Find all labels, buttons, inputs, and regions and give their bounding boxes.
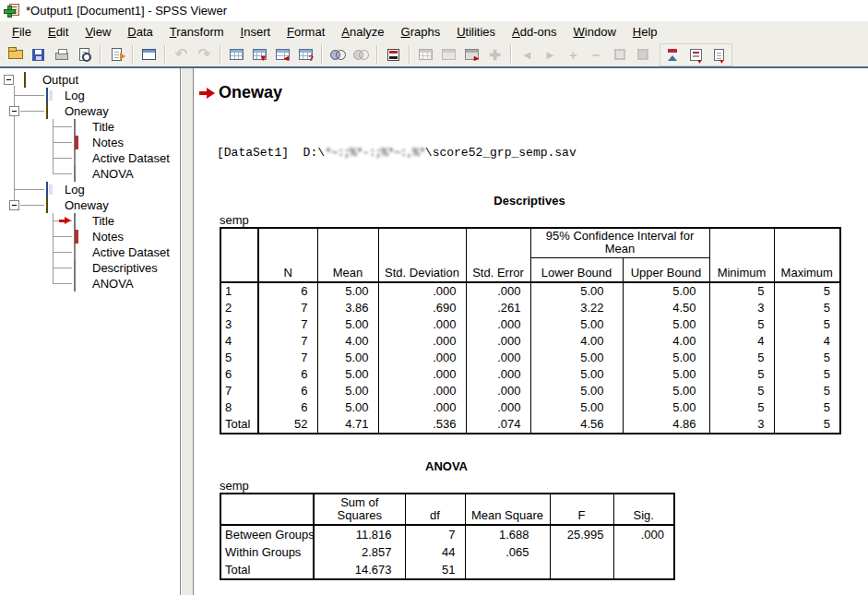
row-label: Total [220, 561, 314, 579]
table-cell: 5 [774, 399, 840, 416]
table-cell: 5 [709, 366, 774, 383]
menu-data[interactable]: Data [119, 23, 161, 41]
menu-file[interactable]: File [4, 23, 40, 41]
collapse-toggle[interactable] [9, 200, 19, 210]
menu-transform[interactable]: Transform [161, 23, 232, 41]
col-header: df [405, 494, 465, 525]
table-cell: 5.00 [530, 366, 623, 383]
split-file-icon[interactable] [350, 44, 373, 65]
outline-item-label: Notes [92, 136, 124, 149]
collapse-toggle[interactable] [9, 106, 19, 116]
table-cell: 14.673 [314, 561, 405, 579]
table-cell: 4.56 [530, 416, 623, 434]
row-label: Total [220, 416, 258, 434]
outline-item-active-dataset-2[interactable]: Active Dataset [0, 244, 180, 260]
promote-icon[interactable]: ◄ [516, 44, 539, 65]
outline-item-descriptives[interactable]: Descriptives [0, 260, 180, 276]
outline-item-notes-1[interactable]: Notes [0, 135, 180, 150]
use-sets-icon[interactable] [414, 44, 437, 65]
hide-icon[interactable] [631, 44, 654, 65]
table-cell: 6 [258, 366, 317, 383]
value-labels-icon[interactable] [382, 44, 405, 65]
select-cases-icon[interactable] [327, 44, 350, 65]
menu-utilities[interactable]: Utilities [448, 23, 504, 41]
outline-item-oneway-2[interactable]: Oneway [0, 197, 180, 213]
table-cell: 7 [405, 525, 465, 543]
insert-heading-icon[interactable] [661, 44, 684, 65]
table-icon [74, 276, 76, 292]
row-label: 3 [220, 316, 258, 333]
outline-item-anova-2[interactable]: ANOVA [0, 276, 180, 292]
outline-item-oneway-1[interactable]: Oneway [0, 103, 180, 119]
pane-splitter[interactable] [181, 68, 194, 595]
table-cell: 4 [709, 333, 774, 350]
outline-item-title-2[interactable]: Title [0, 213, 180, 229]
table-cell: 5 [709, 282, 774, 300]
menu-window[interactable]: Window [565, 23, 624, 41]
anova-table[interactable]: Sum of Squares df Mean Square F Sig. Bet… [220, 493, 675, 580]
export-output-icon[interactable] [105, 44, 128, 65]
col-header: Lower Bound [530, 258, 623, 282]
menu-insert[interactable]: Insert [232, 23, 279, 41]
table-cell: .000 [378, 316, 466, 333]
dialog-recall-icon[interactable] [137, 44, 161, 65]
print-icon[interactable] [50, 44, 73, 65]
table-cell: .000 [378, 399, 466, 416]
toolbar-separator [100, 45, 101, 64]
outline-item-title-1[interactable]: Title [0, 119, 180, 135]
print-preview-icon[interactable] [73, 44, 96, 65]
goto-case-icon[interactable]: ▼ [248, 44, 271, 65]
goto-data-icon[interactable] [225, 44, 248, 65]
variable-info-icon[interactable]: ? [294, 44, 317, 65]
table-cell: 51 [405, 561, 465, 579]
outline-item-output[interactable]: Output [0, 72, 180, 88]
table-cell: .000 [378, 383, 466, 399]
outline-pane: Output Log Oneway Title Notes Active Dat… [0, 68, 181, 595]
table-cell: 5.00 [530, 316, 623, 333]
show-icon[interactable] [608, 44, 631, 65]
goto-designated-output-icon[interactable]: ► [460, 44, 483, 65]
table-cell: .000 [378, 282, 466, 300]
open-icon[interactable] [4, 44, 27, 65]
collapse-icon[interactable]: − [585, 44, 608, 65]
outline-item-log[interactable]: Log [0, 88, 180, 103]
table-cell: 5 [774, 383, 840, 399]
menu-help[interactable]: Help [624, 23, 666, 41]
redo-icon[interactable]: ↷ [193, 44, 216, 65]
demote-icon[interactable]: ► [539, 44, 562, 65]
menu-bar: File Edit View Data Transform Insert For… [0, 20, 868, 42]
menu-edit[interactable]: Edit [40, 23, 77, 41]
save-icon[interactable] [27, 44, 50, 65]
menu-analyze[interactable]: Analyze [333, 23, 392, 41]
outline-item-log-2[interactable]: Log [0, 182, 180, 197]
insert-title-icon[interactable] [684, 44, 707, 65]
anova-title: ANOVA [220, 459, 673, 473]
expand-icon[interactable]: + [562, 44, 585, 65]
table-cell: 5.00 [317, 399, 378, 416]
outline-item-label: Output [42, 73, 78, 87]
insert-text-icon[interactable] [707, 44, 731, 65]
outline-item-active-dataset-1[interactable]: Active Dataset [0, 150, 180, 166]
table-cell: 5.00 [317, 350, 378, 366]
table-cell: 4.00 [530, 333, 623, 350]
variables-icon[interactable]: ◄ [271, 44, 294, 65]
descriptives-table[interactable]: N Mean Std. Deviation Std. Error 95% Con… [220, 227, 841, 434]
table-cell: 7 [258, 316, 317, 333]
outline-item-notes-2[interactable]: Notes [0, 229, 180, 244]
select-last-output-icon[interactable]: ✚ [483, 44, 506, 65]
table-cell: 2.857 [314, 543, 405, 561]
app-icon [4, 3, 20, 18]
table-cell: 4.00 [317, 333, 378, 350]
menu-format[interactable]: Format [279, 23, 333, 41]
outline-item-anova-1[interactable]: ANOVA [0, 166, 180, 182]
table-cell: 5 [774, 300, 840, 316]
menu-view[interactable]: View [77, 23, 119, 41]
designate-window-icon[interactable] [437, 44, 460, 65]
collapse-toggle[interactable] [4, 75, 14, 85]
menu-graphs[interactable]: Graphs [393, 23, 449, 41]
undo-icon[interactable]: ↶ [170, 44, 193, 65]
menu-addons[interactable]: Add-ons [504, 23, 565, 41]
table-cell: 5 [774, 350, 840, 366]
table-cell [550, 543, 613, 561]
toolbar-separator [376, 45, 378, 64]
